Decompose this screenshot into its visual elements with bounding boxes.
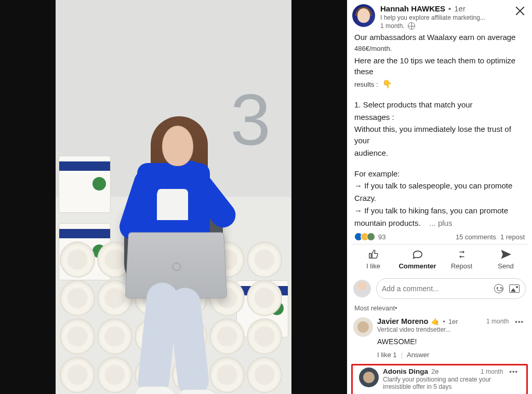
see-more[interactable]: ... plus xyxy=(429,219,452,227)
comment-placeholder: Add a comment... xyxy=(382,284,489,293)
thumbs-up-icon xyxy=(368,249,379,260)
comment-menu-button[interactable]: ••• xyxy=(509,368,518,375)
post-image[interactable]: 3 xyxy=(56,0,291,394)
commenter-tagline: Vertical video trendsetter... xyxy=(377,326,524,333)
repost-icon xyxy=(456,249,468,260)
reaction-icons[interactable] xyxy=(354,233,375,241)
commenter-degree: 2e xyxy=(431,368,438,375)
comment-time: 1 month xyxy=(481,368,506,375)
comment-like-button[interactable]: I like 1 xyxy=(377,351,397,359)
like-button[interactable]: I like xyxy=(351,244,395,274)
comment-button[interactable]: Commenter xyxy=(395,244,440,274)
commenter-tagline: Clarify your positioning and create your… xyxy=(383,376,518,390)
comments-count[interactable]: 15 comments xyxy=(456,233,496,241)
post-media-pane: 3 xyxy=(0,0,347,394)
comment-input[interactable]: Add a comment... xyxy=(376,278,526,299)
post-detail-pane: Hannah HAWKES • 1er I help you explore a… xyxy=(347,0,532,394)
comment-icon xyxy=(412,249,423,260)
point-down-icon: 👇 xyxy=(382,79,392,88)
sort-dropdown[interactable]: Most relevant• xyxy=(347,304,532,315)
reposts-count[interactable]: 1 repost xyxy=(500,233,525,241)
send-icon xyxy=(500,249,512,260)
commenter-name[interactable]: Javier Moreno xyxy=(377,317,428,325)
repost-button[interactable]: Repost xyxy=(440,244,484,274)
commenter-avatar[interactable] xyxy=(359,368,379,387)
comment-item: Adonis Dinga 2e 1 month ••• Clarify your… xyxy=(353,365,526,394)
author-avatar[interactable] xyxy=(352,4,375,27)
author-name[interactable]: Hannah HAWKES xyxy=(380,4,445,13)
post-time: 1 month. xyxy=(380,22,405,30)
close-button[interactable] xyxy=(513,4,527,18)
author-tagline: I help you explore affiliate marketing..… xyxy=(380,14,508,21)
commenter-name[interactable]: Adonis Dinga xyxy=(383,368,428,375)
comment-text: AWESOME! xyxy=(377,337,524,346)
comment-menu-button[interactable]: ••• xyxy=(515,318,524,325)
reaction-count[interactable]: 93 xyxy=(378,233,385,241)
comment-reply-button[interactable]: Answer xyxy=(407,351,429,359)
emoji-icon[interactable] xyxy=(493,283,504,294)
self-avatar[interactable] xyxy=(353,280,371,297)
globe-icon xyxy=(408,22,415,30)
author-degree: 1er xyxy=(454,4,466,13)
comment-time: 1 month xyxy=(486,318,512,325)
comment-item: Javier Moreno 🤙 • 1er 1 month ••• Vertic… xyxy=(347,315,532,363)
commenter-avatar[interactable] xyxy=(353,317,373,337)
commenter-degree: 1er xyxy=(448,318,458,325)
image-icon[interactable] xyxy=(509,283,520,294)
post-text: Our ambassadors at Waalaxy earn on avera… xyxy=(347,31,532,229)
send-button[interactable]: Send xyxy=(484,244,528,274)
